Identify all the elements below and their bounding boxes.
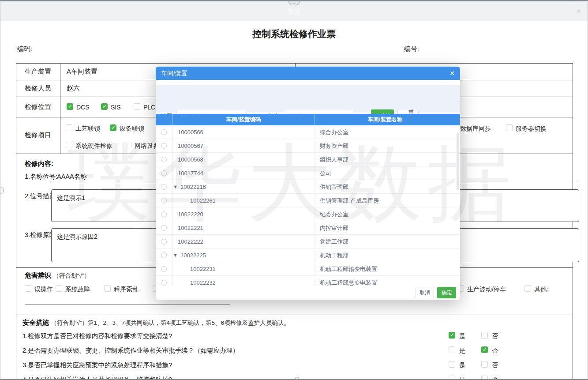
radio-button[interactable]: [161, 143, 167, 149]
hazard-underline: [25, 305, 230, 305]
modal-close-icon[interactable]: ✕: [449, 67, 455, 80]
column-header-name: 车间/装置名称: [315, 114, 456, 125]
row-name: 机动工程部: [320, 248, 348, 262]
row-label-location: 检修位置: [16, 103, 60, 110]
cancel-button[interactable]: 取消: [416, 287, 434, 298]
radio-button[interactable]: [161, 211, 167, 217]
item1-label: 1.名称位号:: [25, 173, 57, 180]
modal-header: 车间/装置 ✕: [156, 67, 460, 80]
label-column-border: [60, 63, 60, 154]
workshop-device-modal: 车间/装置 ✕ 编码: 名称: 查询 ↻ 重置 车间/装置编码 车间/装置名称: [156, 67, 460, 300]
dialog-close-icon[interactable]: ✕: [576, 1, 581, 21]
q2-no-checkbox[interactable]: [481, 346, 488, 353]
radio-button[interactable]: [161, 280, 167, 286]
row-code: 10000566: [178, 125, 203, 139]
radio-button[interactable]: [161, 266, 167, 272]
checkbox-network-device[interactable]: [125, 142, 131, 148]
code-label: 编码:: [17, 45, 32, 53]
yes-label: 是: [459, 332, 465, 339]
checkbox-misoperation[interactable]: [25, 285, 31, 292]
table-row[interactable]: 10022222 党建工作部: [156, 235, 460, 248]
row-name: 纪委办公室: [320, 207, 348, 221]
table-row[interactable]: 10000568 组织人事部: [156, 153, 460, 166]
no-label: 否: [492, 347, 498, 354]
column-header-code: 车间/装置编码: [172, 114, 315, 125]
modal-footer: 取消 确定: [156, 286, 460, 300]
q4-yes-checkbox[interactable]: [449, 376, 455, 380]
no-label: 否: [492, 361, 498, 369]
radio-button[interactable]: [161, 239, 167, 245]
table-row-child[interactable]: 10022231 机动工程部输变电装置: [156, 262, 460, 276]
checkbox-system-hardware[interactable]: [66, 142, 72, 148]
q4-no-checkbox[interactable]: [481, 376, 488, 380]
table-row-child[interactable]: 10022261 供销管理部-产成品库房: [156, 194, 460, 207]
row-code: 10022231: [190, 262, 216, 276]
table-row[interactable]: 10000567 财务资产部: [156, 139, 460, 153]
radio-button[interactable]: [161, 157, 167, 162]
radio-button[interactable]: [161, 170, 167, 176]
no-label: 否: [492, 332, 498, 339]
q1-no-checkbox[interactable]: [481, 332, 488, 339]
item1-value: AAAA名称: [57, 173, 87, 180]
scrollbar-thumb[interactable]: [457, 133, 459, 190]
hazard-heading: 危害辨识: [25, 271, 51, 279]
checkbox-equipment-interlock[interactable]: [110, 124, 116, 131]
q3-yes-checkbox[interactable]: [449, 361, 455, 368]
checkbox-dcs[interactable]: [67, 103, 73, 110]
table-row[interactable]: 10017744 公司: [156, 166, 460, 180]
personnel-value: 赵六: [67, 85, 80, 92]
row-code: 10022216: [180, 180, 206, 194]
search-bar: 编码: 名称: 查询 ↻ 重置: [156, 85, 460, 113]
row-name: 党建工作部: [320, 235, 348, 248]
row-code: 10022221: [178, 221, 203, 235]
checkbox-process-interlock[interactable]: [66, 124, 72, 131]
row-name: 内控审计部: [320, 221, 348, 235]
radio-button[interactable]: [161, 184, 167, 190]
row-code: 10022261: [190, 194, 216, 207]
table-row-child[interactable]: 10022232 机动工程部总变电装置: [156, 276, 460, 286]
table-row[interactable]: 10022220 纪委办公室: [156, 207, 460, 221]
table-row[interactable]: ▼ 10022216 供销管理部: [156, 180, 460, 194]
checkbox-system-fault[interactable]: [56, 285, 62, 292]
resize-handle[interactable]: [295, 377, 299, 380]
confirm-button[interactable]: 确定: [437, 287, 456, 298]
safety-question-1: 1.检修双方是否已对检修内容和检修要求等交接清楚?: [22, 332, 172, 339]
drawer-handle[interactable]: [0, 187, 4, 194]
row-label-personnel: 检修人员: [16, 85, 60, 92]
row-name: 组织人事部: [320, 153, 348, 166]
checkbox-sis[interactable]: [101, 103, 108, 110]
caret-down-icon[interactable]: ▼: [173, 248, 178, 262]
table-row[interactable]: ▼ 10022225 机动工程部: [156, 248, 460, 262]
checkbox-label: 设备联锁: [120, 125, 144, 132]
radio-button[interactable]: [161, 129, 167, 135]
modal-table-body: 10000566 综合办公室 10000567 财务资产部 10000568 组…: [156, 125, 460, 286]
q1-yes-checkbox[interactable]: [449, 332, 455, 339]
checkbox-plc[interactable]: [134, 103, 140, 110]
q3-no-checkbox[interactable]: [481, 361, 488, 368]
page-title: 控制系统检修作业票: [0, 28, 588, 40]
table-row[interactable]: 10000566 综合办公室: [156, 125, 460, 139]
checkbox-label: 生产波动/停车: [467, 286, 506, 293]
row-label-project: 检修项目: [16, 132, 60, 139]
row-code: 10000568: [178, 153, 203, 166]
radio-button[interactable]: [161, 225, 167, 231]
checkbox-label: 服务器切换: [516, 125, 547, 132]
checkbox-label: 其他:: [534, 286, 548, 293]
serial-label: 编号:: [404, 45, 419, 53]
table-row[interactable]: 10022221 内控审计部: [156, 221, 460, 235]
checkbox-label: 工艺联锁: [75, 125, 100, 132]
safety-heading: 安全措施: [22, 319, 49, 326]
yes-label: 是: [459, 347, 465, 354]
radio-button[interactable]: [161, 198, 167, 203]
row-code: 10022232: [190, 276, 216, 286]
caret-down-icon[interactable]: ▼: [173, 180, 178, 194]
checkbox-server-switch[interactable]: [506, 124, 513, 131]
radio-button[interactable]: [161, 252, 167, 258]
row-code: 10022225: [180, 248, 206, 262]
checkbox-other[interactable]: [524, 285, 531, 292]
checkbox-label-plc: PLC: [143, 104, 155, 111]
checkbox-program-disorder[interactable]: [104, 285, 111, 292]
safety-note: （符合划“√”）第1、2、3、7项共同确认，第4项工艺确认，第5、6项检修及监护…: [51, 320, 289, 326]
device-value: A车间装置: [67, 68, 97, 75]
q2-yes-checkbox[interactable]: [449, 346, 455, 353]
